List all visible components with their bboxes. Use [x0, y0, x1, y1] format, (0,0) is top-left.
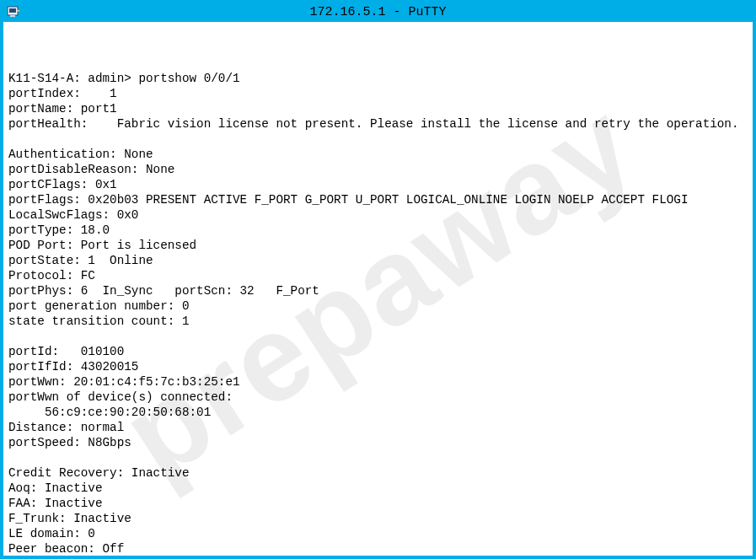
svg-rect-1	[9, 8, 16, 13]
terminal-line: portType: 18.0	[8, 223, 746, 238]
terminal-line: state transition count: 1	[8, 314, 746, 329]
terminal-line: FAA: Inactive	[8, 496, 746, 511]
terminal-line: portIfId: 43020015	[8, 359, 746, 374]
terminal-line: port generation number: 0	[8, 298, 746, 314]
terminal-line	[8, 132, 746, 147]
putty-window: 172.16.5.1 - PuTTY prepaway K11-S14-A: a…	[0, 0, 756, 559]
terminal-line: LE domain: 0	[8, 526, 746, 541]
titlebar[interactable]: 172.16.5.1 - PuTTY	[3, 3, 753, 22]
terminal-line: Protocol: FC	[8, 268, 746, 283]
terminal-line: Distance: normal	[8, 420, 746, 435]
window-title: 172.16.5.1 - PuTTY	[309, 5, 446, 19]
terminal-line: portFlags: 0x20b03 PRESENT ACTIVE F_PORT…	[8, 192, 746, 207]
terminal-line: portName: port1	[8, 101, 746, 116]
terminal-line: portIndex: 1	[8, 86, 746, 101]
terminal-line: portPhys: 6 In_Sync portScn: 32 F_Port	[8, 283, 746, 298]
terminal-line: portHealth: Fabric vision license not pr…	[8, 116, 746, 132]
terminal-line: LocalSwcFlags: 0x0	[8, 207, 746, 223]
terminal-line: K11-S14-A: admin> portshow 0/0/1	[8, 71, 746, 86]
terminal-line: 56:c9:ce:90:20:50:68:01	[8, 405, 746, 420]
terminal-line: portState: 1 Online	[8, 253, 746, 268]
terminal-line	[8, 329, 746, 344]
terminal-line: portSpeed: N8Gbps	[8, 435, 746, 450]
terminal-line: portWwn: 20:01:c4:f5:7c:b3:25:e1	[8, 374, 746, 390]
terminal-line: portWwn of device(s) connected:	[8, 390, 746, 405]
terminal-line: Authentication: None	[8, 147, 746, 162]
terminal-line: Credit Recovery: Inactive	[8, 465, 746, 481]
terminal-line: Peer beacon: Off	[8, 541, 746, 556]
terminal-line: portDisableReason: None	[8, 162, 746, 177]
terminal-line: portId: 010100	[8, 344, 746, 359]
terminal-line: F_Trunk: Inactive	[8, 511, 746, 526]
terminal-output: K11-S14-A: admin> portshow 0/0/1portInde…	[8, 71, 746, 556]
terminal-line: POD Port: Port is licensed	[8, 238, 746, 253]
terminal-line	[8, 450, 746, 465]
svg-rect-2	[10, 15, 15, 17]
terminal-area[interactable]: prepaway K11-S14-A: admin> portshow 0/0/…	[3, 22, 753, 556]
terminal-line: portCFlags: 0x1	[8, 177, 746, 192]
svg-rect-3	[17, 10, 19, 12]
putty-icon	[7, 5, 20, 19]
terminal-line: Aoq: Inactive	[8, 481, 746, 496]
